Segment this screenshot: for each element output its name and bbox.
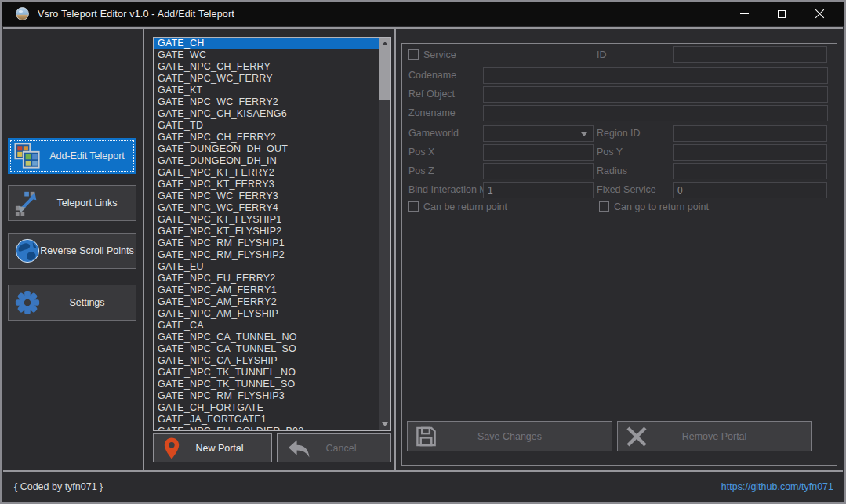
- list-item[interactable]: GATE_NPC_AM_FERRY1: [154, 285, 379, 296]
- list-item[interactable]: GATE_EU: [154, 261, 379, 273]
- teleport-form-groupbox: Service ID Codename Ref Object Zonename …: [401, 43, 837, 466]
- cancel-button[interactable]: Cancel: [277, 433, 391, 462]
- zonename-label: Zonename: [408, 105, 456, 121]
- credit-text: { Coded by tyfn071 }: [14, 481, 103, 492]
- zonename-field[interactable]: [483, 105, 828, 121]
- sidebar: Add-Edit Teleport Teleport Links: [3, 29, 144, 470]
- maximize-button[interactable]: [763, 2, 801, 26]
- list-item[interactable]: GATE_DUNGEON_DH_IN: [154, 155, 379, 167]
- list-item[interactable]: GATE_CH_FORTGATE: [154, 402, 379, 414]
- sidebar-item-add-edit-teleport[interactable]: Add-Edit Teleport: [8, 138, 136, 174]
- minimize-icon: [740, 13, 749, 14]
- list-item[interactable]: GATE_NPC_KT_FLYSHIP2: [154, 226, 379, 237]
- list-item[interactable]: GATE_NPC_KT_FERRY3: [154, 179, 379, 190]
- window-title: Vsro Teleport Editor v1.0 - Add/Edit Tel…: [38, 9, 234, 20]
- portal-listbox: GATE_CHGATE_WCGATE_NPC_CH_FERRYGATE_NPC_…: [153, 37, 391, 431]
- gameworld-dropdown[interactable]: [483, 125, 594, 142]
- portal-list-panel: GATE_CHGATE_WCGATE_NPC_CH_FERRYGATE_NPC_…: [144, 29, 396, 470]
- main-area: Add-Edit Teleport Teleport Links: [3, 27, 843, 470]
- list-item[interactable]: GATE_NPC_CH_FERRY2: [154, 132, 379, 143]
- list-item[interactable]: GATE_CA: [154, 320, 379, 332]
- undo-arrow-icon: [287, 438, 310, 458]
- scrollbar-thumb[interactable]: [379, 49, 390, 100]
- pos-y-field[interactable]: [673, 144, 827, 161]
- list-item[interactable]: GATE_NPC_AM_FLYSHIP: [154, 308, 379, 320]
- minimize-button[interactable]: [725, 2, 763, 26]
- list-item[interactable]: GATE_JA_FORTGATE1: [154, 414, 379, 426]
- gameworld-label: Gameworld: [408, 125, 459, 141]
- list-item[interactable]: GATE_NPC_EU_SOLDIER_B03: [154, 426, 379, 430]
- id-label: ID: [597, 47, 607, 63]
- list-item[interactable]: GATE_NPC_KT_FERRY2: [154, 167, 379, 179]
- list-item[interactable]: GATE_WC: [154, 49, 379, 61]
- can-go-to-return-point-checkbox[interactable]: [599, 201, 609, 212]
- list-item[interactable]: GATE_NPC_KT_FLYSHIP1: [154, 214, 379, 226]
- list-item[interactable]: GATE_TD: [154, 120, 379, 132]
- can-be-return-point-label: Can be return point: [423, 199, 507, 215]
- list-item[interactable]: GATE_NPC_CA_TUNNEL_SO: [154, 343, 379, 355]
- pos-z-label: Pos Z: [408, 163, 434, 179]
- list-item[interactable]: GATE_NPC_AM_FERRY2: [154, 296, 379, 308]
- list-item[interactable]: GATE_NPC_CA_TUNNEL_NO: [154, 332, 379, 343]
- fixed-service-label: Fixed Service: [597, 182, 656, 198]
- new-portal-button[interactable]: New Portal: [153, 433, 272, 462]
- sidebar-item-teleport-links[interactable]: Teleport Links: [8, 185, 136, 221]
- list-item[interactable]: GATE_CH: [154, 38, 379, 49]
- fixed-service-field[interactable]: [673, 182, 827, 198]
- remove-portal-button[interactable]: Remove Portal: [617, 421, 812, 451]
- region-id-field[interactable]: [673, 125, 827, 142]
- service-checkbox[interactable]: [408, 49, 419, 60]
- can-go-to-return-point-label: Can go to return point: [614, 199, 709, 215]
- list-item[interactable]: GATE_DUNGEON_DH_OUT: [154, 143, 379, 155]
- list-item[interactable]: GATE_NPC_TK_TUNNEL_NO: [154, 367, 379, 379]
- gear-icon: [14, 289, 41, 316]
- cancel-label: Cancel: [312, 443, 357, 454]
- list-item[interactable]: GATE_NPC_WC_FERRY2: [154, 96, 379, 108]
- codename-field[interactable]: [483, 67, 828, 84]
- can-be-return-point-checkbox[interactable]: [408, 201, 419, 212]
- pos-z-field[interactable]: [483, 163, 594, 179]
- list-item[interactable]: GATE_NPC_CA_FLYSHIP: [154, 355, 379, 367]
- remove-portal-label: Remove Portal: [682, 431, 747, 442]
- close-icon: [815, 9, 825, 19]
- radius-field[interactable]: [673, 163, 827, 179]
- scrollbar-arrow-up-icon[interactable]: [379, 38, 390, 49]
- id-field[interactable]: [673, 46, 827, 63]
- list-item[interactable]: GATE_NPC_RM_FLYSHIP2: [154, 249, 379, 261]
- github-link[interactable]: https://github.com/tyfn071: [721, 481, 833, 492]
- bind-interaction-mask-field[interactable]: [483, 182, 594, 198]
- list-item[interactable]: GATE_NPC_TK_TUNNEL_SO: [154, 379, 379, 390]
- ref-object-field[interactable]: [483, 86, 828, 103]
- list-item[interactable]: GATE_NPC_CH_FERRY: [154, 61, 379, 73]
- new-portal-label: New Portal: [181, 443, 243, 454]
- planet-icon: [16, 7, 29, 20]
- list-item[interactable]: GATE_NPC_EU_FERRY2: [154, 273, 379, 285]
- window-tiles-icon: [14, 143, 41, 169]
- status-bar: { Coded by tyfn071 } https://github.com/…: [3, 470, 843, 501]
- list-item[interactable]: GATE_NPC_WC_FERRY4: [154, 202, 379, 214]
- pos-x-field[interactable]: [483, 144, 594, 161]
- list-item[interactable]: GATE_NPC_CH_KISAENG6: [154, 108, 379, 120]
- chevron-down-icon: [581, 132, 587, 136]
- list-item[interactable]: GATE_NPC_RM_FLYSHIP1: [154, 237, 379, 249]
- pos-y-label: Pos Y: [597, 144, 623, 160]
- sidebar-item-reverse-scroll-points[interactable]: Reverse Scroll Points: [8, 233, 136, 269]
- globe-icon: [14, 237, 41, 264]
- save-changes-button[interactable]: Save Changes: [407, 421, 612, 451]
- ref-object-label: Ref Object: [408, 86, 455, 102]
- list-item[interactable]: GATE_KT: [154, 85, 379, 96]
- maximize-icon: [778, 10, 786, 18]
- list-scrollbar[interactable]: [379, 38, 390, 430]
- close-button[interactable]: [801, 2, 838, 26]
- list-item[interactable]: GATE_NPC_WC_FERRY3: [154, 190, 379, 202]
- service-label: Service: [423, 47, 456, 63]
- radius-label: Radius: [597, 163, 627, 179]
- list-item[interactable]: GATE_NPC_RM_FLYSHIP3: [154, 390, 379, 402]
- region-id-label: Region ID: [597, 125, 641, 141]
- sidebar-item-settings[interactable]: Settings: [8, 285, 136, 321]
- map-pin-icon: [163, 437, 180, 459]
- diagonal-arrows-icon: [14, 190, 41, 216]
- scrollbar-arrow-down-icon[interactable]: [379, 419, 390, 430]
- list-item[interactable]: GATE_NPC_WC_FERRY: [154, 73, 379, 85]
- codename-label: Codename: [408, 67, 456, 83]
